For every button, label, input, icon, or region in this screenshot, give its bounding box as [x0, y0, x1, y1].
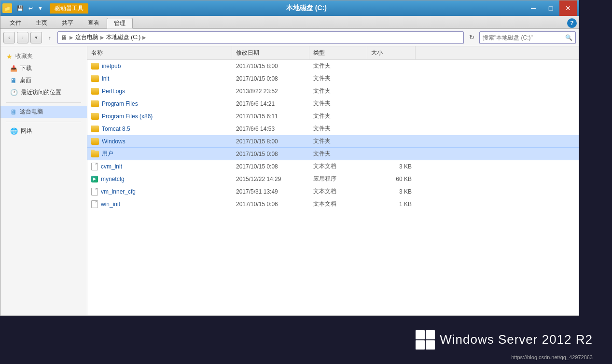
sidebar-separator-1	[6, 102, 81, 103]
path-end-caret: ▶	[142, 35, 146, 40]
sidebar: ★ 收藏夹 📥 下载 🖥 桌面 🕐 最近访问的位置	[0, 46, 87, 315]
table-row[interactable]: ▶ mynetcfg 2015/12/22 14:29 应用程序 60 KB	[87, 173, 579, 185]
file-date-cell: 2017/5/31 13:49	[232, 188, 309, 195]
csdn-url: https://blog.csdn.net/qq_42972863	[511, 354, 593, 360]
star-icon: ★	[6, 53, 13, 60]
folder-icon	[91, 88, 99, 95]
table-row[interactable]: inetpub 2017/10/15 8:00 文件夹	[87, 60, 579, 72]
favorites-header[interactable]: ★ 收藏夹	[0, 50, 87, 62]
file-size-cell: 1 KB	[367, 201, 416, 208]
main-content: ★ 收藏夹 📥 下载 🖥 桌面 🕐 最近访问的位置	[0, 46, 579, 315]
path-sep-1: ▶	[70, 35, 73, 40]
folder-icon	[91, 126, 99, 132]
file-date-cell: 2017/10/15 8:00	[232, 63, 309, 70]
sidebar-label-network: 网络	[21, 127, 32, 135]
table-row[interactable]: 用户 2017/10/15 0:08 文件夹	[87, 148, 579, 160]
tab-view[interactable]: 查看	[81, 17, 107, 28]
download-folder-icon: 📥	[10, 65, 17, 72]
back-button[interactable]: ‹	[3, 32, 15, 43]
folder-icon	[91, 100, 99, 107]
file-date-cell: 2017/10/15 0:08	[232, 151, 309, 157]
address-path-bar[interactable]: 🖥 ▶ 这台电脑 ▶ 本地磁盘 (C:) ▶	[57, 31, 464, 44]
maximize-button[interactable]: □	[542, 0, 559, 16]
sidebar-item-recent[interactable]: 🕐 最近访问的位置	[0, 86, 87, 98]
watermark-text-block: Windows Server 2012 R2	[440, 332, 593, 347]
dropdown-button[interactable]: ▼	[30, 32, 42, 43]
sidebar-item-download[interactable]: 📥 下载	[0, 62, 87, 74]
table-row[interactable]: cvm_init 2017/10/15 0:08 文本文档 3 KB	[87, 160, 579, 173]
folder-icon	[91, 113, 99, 120]
network-section: 🌐 网络	[0, 125, 87, 137]
file-name: cvm_init	[101, 163, 122, 170]
table-row[interactable]: win_init 2017/10/15 0:06 文本文档 1 KB	[87, 198, 579, 210]
help-button[interactable]: ?	[567, 18, 577, 28]
file-name: vm_inner_cfg	[101, 188, 136, 195]
file-name-cell: PerfLogs	[87, 88, 232, 95]
computer-icon: 🖥	[10, 108, 17, 116]
logo-q4	[426, 340, 435, 350]
close-button[interactable]: ✕	[559, 0, 577, 16]
file-name: win_init	[101, 201, 120, 208]
file-date-cell: 2017/10/15 8:00	[232, 138, 309, 145]
folder-icon	[91, 63, 99, 70]
search-box: 🔍	[479, 31, 576, 44]
title-bar: 📁 💾 ↩ ▼ 驱动器工具 本地磁盘 (C:) ─ □ ✕	[0, 0, 579, 16]
ribbon-driver-tools-label: 驱动器工具	[50, 3, 88, 14]
tab-home[interactable]: 主页	[28, 17, 55, 28]
table-row[interactable]: Windows 2017/10/15 8:00 文件夹	[87, 135, 579, 148]
table-row[interactable]: PerfLogs 2013/8/22 23:52 文件夹	[87, 85, 579, 98]
sidebar-item-desktop[interactable]: 🖥 桌面	[0, 74, 87, 86]
table-row[interactable]: init 2017/10/15 0:08 文件夹	[87, 72, 579, 85]
file-date-cell: 2017/10/15 6:11	[232, 113, 309, 120]
path-drive-label[interactable]: 本地磁盘 (C:)	[106, 33, 140, 42]
file-type-cell: 文件夹	[309, 99, 367, 108]
logo-q1	[416, 330, 425, 339]
file-name: 用户	[102, 150, 113, 158]
file-name-cell: Tomcat 8.5	[87, 126, 232, 132]
os-name: Windows Server 2012 R2	[440, 332, 593, 347]
file-date-cell: 2017/6/6 14:53	[232, 126, 309, 132]
file-list: inetpub 2017/10/15 8:00 文件夹 init 2017/10…	[87, 60, 579, 315]
file-type-cell: 文件夹	[309, 137, 367, 145]
ribbon-tabs: 文件 主页 共享 查看 管理 ?	[0, 16, 579, 28]
up-button[interactable]: ↑	[44, 32, 56, 43]
file-name: Tomcat 8.5	[102, 126, 130, 132]
computer-section: 🖥 这台电脑	[0, 106, 87, 118]
column-headers: 名称 修改日期 类型 大小	[87, 46, 579, 60]
dropdown-quick-btn[interactable]: ▼	[36, 4, 45, 13]
refresh-button[interactable]: ↻	[466, 32, 477, 43]
path-sep-2: ▶	[100, 35, 104, 40]
table-row[interactable]: Program Files 2017/6/6 14:21 文件夹	[87, 98, 579, 110]
file-name-cell: inetpub	[87, 63, 232, 70]
table-row[interactable]: vm_inner_cfg 2017/5/31 13:49 文本文档 3 KB	[87, 185, 579, 198]
app-icon: ▶	[91, 176, 98, 182]
save-quick-btn[interactable]: 💾	[15, 4, 26, 13]
path-computer-label[interactable]: 这台电脑	[75, 33, 98, 42]
path-computer-icon: 🖥	[61, 34, 68, 42]
forward-button[interactable]: ›	[17, 32, 28, 43]
sidebar-item-network[interactable]: 🌐 网络	[0, 125, 87, 137]
undo-quick-btn[interactable]: ↩	[27, 4, 35, 13]
explorer-window: 📁 💾 ↩ ▼ 驱动器工具 本地磁盘 (C:) ─ □ ✕ 文件 主页 共享 查…	[0, 0, 579, 328]
file-type-cell: 文本文档	[309, 187, 367, 196]
title-controls: ─ □ ✕	[525, 0, 577, 16]
tab-share[interactable]: 共享	[55, 17, 81, 28]
col-header-date[interactable]: 修改日期	[232, 46, 309, 59]
file-size-cell: 3 KB	[367, 163, 416, 170]
file-size-cell: 3 KB	[367, 188, 416, 195]
logo-q2	[426, 330, 435, 339]
file-type-cell: 文本文档	[309, 162, 367, 170]
file-date-cell: 2017/10/15 0:08	[232, 75, 309, 82]
col-header-name[interactable]: 名称	[87, 46, 232, 59]
tab-file[interactable]: 文件	[2, 17, 28, 28]
col-header-type[interactable]: 类型	[309, 46, 367, 59]
table-row[interactable]: Program Files (x86) 2017/10/15 6:11 文件夹	[87, 110, 579, 123]
file-type-cell: 应用程序	[309, 175, 367, 183]
file-icon	[91, 200, 98, 208]
col-header-size[interactable]: 大小	[367, 46, 416, 59]
table-row[interactable]: Tomcat 8.5 2017/6/6 14:53 文件夹	[87, 123, 579, 135]
search-input[interactable]	[483, 34, 565, 41]
tab-manage[interactable]: 管理	[107, 18, 133, 28]
sidebar-item-computer[interactable]: 🖥 这台电脑	[0, 106, 87, 118]
minimize-button[interactable]: ─	[525, 0, 542, 16]
